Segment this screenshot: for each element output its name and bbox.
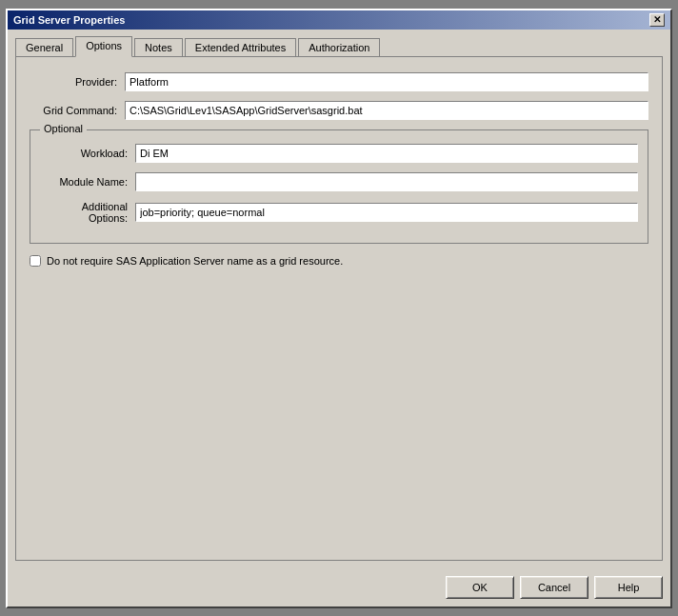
additional-options-row: Additional Options: xyxy=(40,201,638,224)
module-name-input[interactable] xyxy=(135,172,638,191)
tab-content-options: Provider: Grid Command: Optional Workloa… xyxy=(15,56,663,561)
tab-options[interactable]: Options xyxy=(75,36,132,57)
close-button[interactable]: ✕ xyxy=(649,13,665,27)
cancel-button[interactable]: Cancel xyxy=(520,576,588,599)
module-name-row: Module Name: xyxy=(40,172,638,191)
dialog-title: Grid Server Properties xyxy=(13,14,125,26)
additional-options-label: Additional Options: xyxy=(40,201,135,224)
workload-label: Workload: xyxy=(40,148,135,159)
grid-command-label: Grid Command: xyxy=(30,105,125,116)
provider-input[interactable] xyxy=(125,72,648,91)
dialog-footer: OK Cancel Help xyxy=(8,568,670,606)
optional-group: Optional Workload: Module Name: Addition… xyxy=(30,129,648,244)
provider-row: Provider: xyxy=(30,72,648,91)
optional-legend: Optional xyxy=(40,123,87,134)
tab-general[interactable]: General xyxy=(15,38,73,57)
title-bar: Grid Server Properties ✕ xyxy=(8,10,670,30)
tab-extended-attributes[interactable]: Extended Attributes xyxy=(185,38,296,57)
tab-authorization[interactable]: Authorization xyxy=(298,38,380,57)
ok-button[interactable]: OK xyxy=(446,576,514,599)
additional-options-input[interactable] xyxy=(135,203,638,222)
workload-input[interactable] xyxy=(135,144,638,163)
checkbox-row: Do not require SAS Application Server na… xyxy=(30,255,648,267)
dialog-window: Grid Server Properties ✕ General Options… xyxy=(6,9,672,608)
checkbox-label: Do not require SAS Application Server na… xyxy=(47,255,343,267)
provider-label: Provider: xyxy=(30,76,125,88)
module-name-label: Module Name: xyxy=(40,176,135,188)
tab-bar: General Options Notes Extended Attribute… xyxy=(15,35,663,56)
grid-command-input[interactable] xyxy=(125,101,648,120)
workload-row: Workload: xyxy=(40,144,638,163)
grid-resource-checkbox[interactable] xyxy=(30,255,41,267)
help-button[interactable]: Help xyxy=(594,576,663,599)
tab-notes[interactable]: Notes xyxy=(134,38,183,57)
grid-command-row: Grid Command: xyxy=(30,101,648,120)
dialog-content: General Options Notes Extended Attribute… xyxy=(8,30,670,568)
